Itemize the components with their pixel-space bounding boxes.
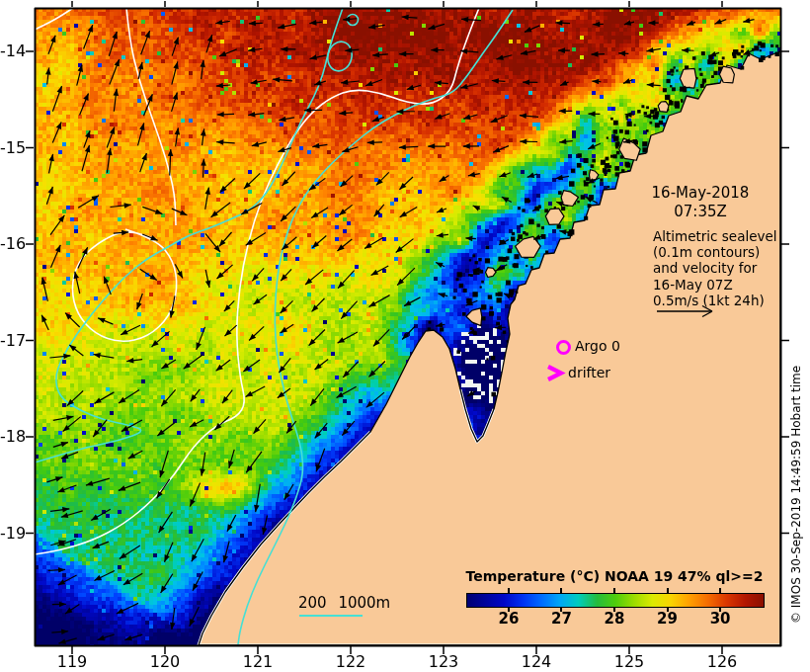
- y-tick-label: -14: [0, 43, 26, 59]
- x-tick-label: 120: [143, 654, 187, 670]
- x-tick-label: 123: [422, 654, 465, 670]
- x-tick-label: 124: [515, 654, 558, 670]
- drifter-label: drifter: [568, 365, 610, 380]
- y-tick-label: -18: [0, 429, 26, 445]
- annotation-line: 16-May 07Z: [653, 277, 777, 293]
- x-tick-label: 119: [50, 654, 94, 670]
- colorbar-tick-label: 27: [546, 610, 576, 628]
- annotation-line: (0.1m contours): [653, 244, 777, 260]
- colorbar-title: Temperature (°C) NOAA 19 47% ql>=2: [446, 568, 782, 584]
- colorbar-gradient: [466, 593, 765, 608]
- colorbar-tick: [719, 588, 721, 593]
- colorbar-tick: [613, 588, 615, 593]
- colorbar-tick-label: 29: [653, 610, 683, 628]
- y-tick-label: -16: [0, 236, 26, 252]
- x-tick-label: 125: [608, 654, 651, 670]
- y-tick-label: -15: [0, 140, 26, 156]
- x-tick-label: 121: [236, 654, 280, 670]
- bathymetry-legend-label: 200 1000m: [298, 594, 390, 612]
- date-label: 16-May-2018: [642, 185, 759, 202]
- argo-label: Argo 0: [575, 338, 620, 354]
- altimetry-annotation: Altimetric sealevel(0.1m contours)and ve…: [653, 228, 777, 308]
- colorbar-tick-label: 28: [600, 610, 629, 628]
- annotation-line: Altimetric sealevel: [653, 228, 777, 244]
- velocity-scale-arrow: [654, 303, 719, 319]
- drifter-marker: [544, 365, 566, 381]
- time-label: 07:35Z: [642, 204, 759, 220]
- colorbar-tick-label: 26: [494, 610, 524, 628]
- argo-float-marker: [556, 340, 571, 355]
- sst-map-figure: -14-15-16-17-18-19 119120121122123124125…: [0, 0, 810, 672]
- colorbar-tick: [560, 588, 562, 593]
- annotation-line: and velocity for: [653, 260, 777, 276]
- copyright-text: © IMOS 30-Sep-2019 14:49:59 Hobart time: [789, 366, 803, 624]
- x-tick-label: 122: [329, 654, 372, 670]
- y-tick-label: -19: [0, 526, 26, 542]
- y-tick-label: -17: [0, 333, 26, 349]
- bathymetry-legend-line: [299, 615, 363, 617]
- colorbar-tick: [667, 588, 669, 593]
- colorbar-tick: [508, 588, 510, 593]
- x-tick-label: 126: [700, 654, 744, 670]
- colorbar-tick-label: 30: [705, 610, 735, 628]
